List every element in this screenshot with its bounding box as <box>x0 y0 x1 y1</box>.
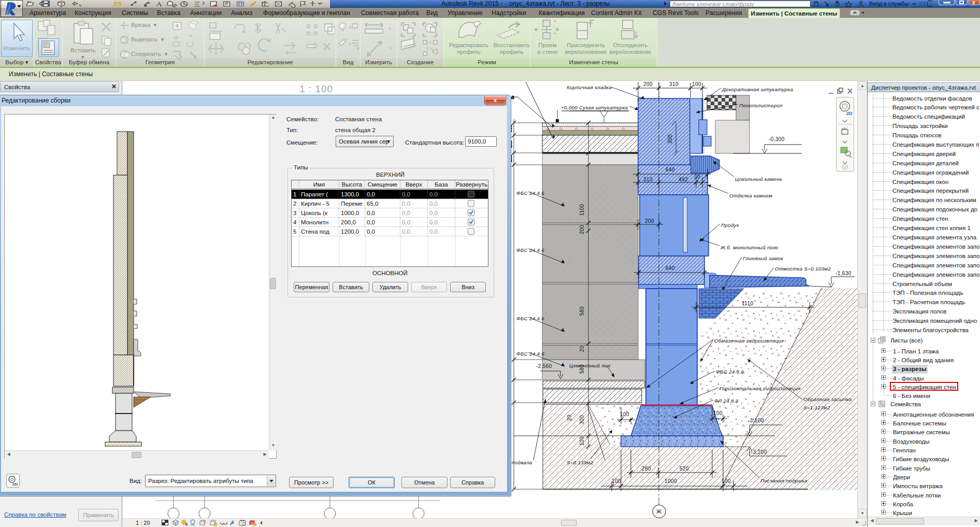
svg-text:Обмазочная гидроизоляция: Обмазочная гидроизоляция <box>714 338 784 344</box>
svg-text:Отделка камнем: Отделка камнем <box>729 193 772 198</box>
svg-text:Песчаная подушка: Песчаная подушка <box>760 478 808 483</box>
svg-text:-3,100: -3,100 <box>748 418 764 423</box>
svg-text:ФБС 24.5.6: ФБС 24.5.6 <box>716 369 744 375</box>
svg-text:ФБС 24.4.6: ФБС 24.4.6 <box>516 316 544 321</box>
svg-text:Глиняный замок: Глиняный замок <box>743 255 783 261</box>
svg-text:Обратная засыпка: Обратная засыпка <box>803 396 852 402</box>
svg-text:Горизонтальная гидроизоляция: Горизонтальная гидроизоляция <box>719 386 801 391</box>
svg-text:Кирпичная кладка: Кирпичная кладка <box>567 84 612 90</box>
svg-text:-3,200: -3,200 <box>751 449 767 455</box>
svg-text:-1,630: -1,630 <box>835 270 852 276</box>
svg-text:2D: 2D <box>846 111 853 116</box>
svg-text:100: 100 <box>579 436 585 446</box>
svg-text:ФБС 24.4.6: ФБС 24.4.6 <box>516 190 544 196</box>
svg-text:300: 300 <box>579 415 585 424</box>
svg-text:S=0.139м2: S=0.139м2 <box>567 460 594 465</box>
svg-text:20: 20 <box>579 346 585 352</box>
svg-text:Цокольный камень: Цокольный камень <box>735 176 783 182</box>
svg-text:100: 100 <box>692 81 701 87</box>
svg-text:Пенополистерол: Пенополистерол <box>739 103 783 108</box>
svg-text:Декоративная штукатурка: Декоративная штукатурка <box>722 87 793 92</box>
svg-text:Продух: Продух <box>721 222 740 228</box>
svg-text:A: A <box>156 1 162 8</box>
svg-text:200: 200 <box>645 218 654 224</box>
svg-text:580: 580 <box>579 306 585 316</box>
svg-text:+0,000 Сухая штукатурка: +0,000 Сухая штукатурка <box>561 105 628 110</box>
svg-text:ФЛ 24.8.3: ФЛ 24.8.3 <box>714 398 739 404</box>
svg-text:Ж: Ж <box>656 508 661 515</box>
svg-text:20: 20 <box>567 415 572 421</box>
svg-text:а: а <box>511 94 514 100</box>
svg-text:520: 520 <box>680 466 689 472</box>
svg-text:ФБС 24.4.6: ФБС 24.4.6 <box>516 247 544 253</box>
svg-text:210: 210 <box>643 177 653 182</box>
svg-text:30: 30 <box>694 174 700 180</box>
svg-text:Цементный пол: Цементный пол <box>569 363 610 368</box>
svg-text:подвала: подвала <box>512 460 532 465</box>
svg-text:1000: 1000 <box>665 478 677 484</box>
svg-text:ФБС 24.4.6: ФБС 24.4.6 <box>516 351 544 357</box>
svg-text:Ж.б. монолитный пояс: Ж.б. монолитный пояс <box>720 245 779 250</box>
svg-text:100: 100 <box>722 478 731 484</box>
svg-text:2D: 2D <box>12 482 18 487</box>
svg-text:310: 310 <box>669 81 679 87</box>
svg-text:?: ? <box>929 2 932 7</box>
svg-text:100: 100 <box>713 410 723 416</box>
svg-text:100: 100 <box>612 478 621 484</box>
svg-text:S=1.127м2: S=1.127м2 <box>803 405 830 410</box>
svg-text:-0,300: -0,300 <box>769 136 785 142</box>
svg-text:640: 640 <box>666 265 675 271</box>
svg-text:200: 200 <box>579 225 585 234</box>
svg-text:1100: 1100 <box>579 204 585 216</box>
svg-text:640: 640 <box>666 167 675 173</box>
svg-text:Вход в службы: Вход в службы <box>869 1 909 7</box>
svg-text:580: 580 <box>579 364 585 374</box>
svg-text:280: 280 <box>642 466 651 472</box>
svg-text:Отмостка S=0.103м2: Отмостка S=0.103м2 <box>775 266 831 272</box>
svg-text:1110: 1110 <box>742 301 753 306</box>
svg-text:100: 100 <box>620 411 629 417</box>
svg-text:492: 492 <box>679 177 688 182</box>
svg-text:200: 200 <box>643 81 653 87</box>
svg-text:-2,560: -2,560 <box>536 363 552 369</box>
svg-text:300: 300 <box>667 134 673 144</box>
